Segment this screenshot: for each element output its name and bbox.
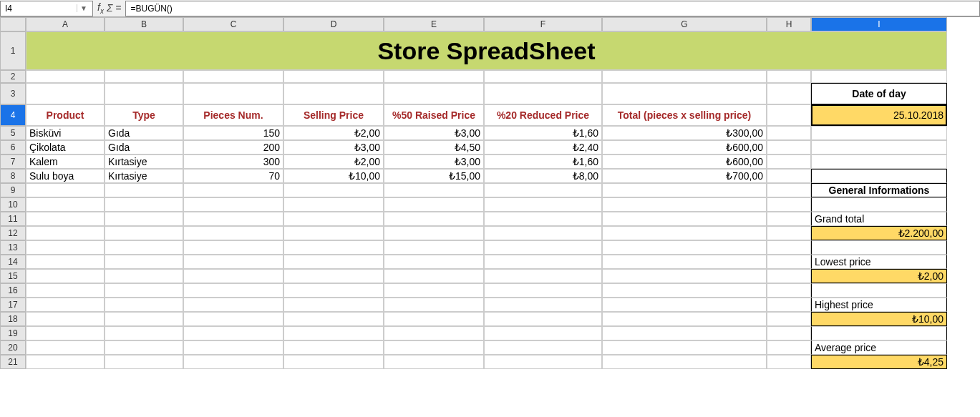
average-price-label[interactable]: Average price — [811, 340, 947, 355]
header-type[interactable]: Type — [105, 104, 183, 126]
cell-I19[interactable] — [811, 326, 947, 340]
cell-H16[interactable] — [767, 283, 811, 298]
cell-A18[interactable] — [26, 312, 105, 326]
cell-B21[interactable] — [105, 355, 183, 369]
cell-product-2[interactable]: Kalem — [26, 154, 105, 169]
cell-I7[interactable] — [811, 154, 947, 169]
cell-C11[interactable] — [183, 212, 283, 226]
cell-B18[interactable] — [105, 312, 183, 326]
cell-C21[interactable] — [183, 355, 283, 369]
cell-C17[interactable] — [183, 298, 283, 312]
cell-F9[interactable] — [484, 183, 602, 197]
cell-selling-1[interactable]: ₺3,00 — [283, 140, 384, 154]
cell-I10[interactable] — [811, 197, 947, 212]
general-info-label[interactable]: General Informations — [811, 183, 947, 197]
row-header-15[interactable]: 15 — [0, 269, 26, 283]
cell-selling-3[interactable]: ₺10,00 — [283, 169, 384, 183]
cell-F2[interactable] — [484, 70, 602, 83]
cell-I6[interactable] — [811, 140, 947, 154]
cell-H15[interactable] — [767, 269, 811, 283]
row-header-14[interactable]: 14 — [0, 255, 26, 269]
lowest-price-label[interactable]: Lowest price — [811, 255, 947, 269]
cell-D11[interactable] — [283, 212, 384, 226]
cell-H5[interactable] — [767, 126, 811, 140]
cell-A14[interactable] — [26, 255, 105, 269]
equals-icon[interactable]: = — [115, 2, 121, 14]
header-total[interactable]: Total (pieces x selling price) — [602, 104, 767, 126]
cell-raised-1[interactable]: ₺4,50 — [384, 140, 484, 154]
cell-A13[interactable] — [26, 240, 105, 255]
cell-B2[interactable] — [105, 70, 183, 83]
row-header-20[interactable]: 20 — [0, 340, 26, 355]
cell-G9[interactable] — [602, 183, 767, 197]
cell-selling-2[interactable]: ₺2,00 — [283, 154, 384, 169]
cell-I8[interactable] — [811, 169, 947, 183]
cell-E20[interactable] — [384, 340, 484, 355]
cell-C2[interactable] — [183, 70, 283, 83]
cell-F21[interactable] — [484, 355, 602, 369]
header-selling[interactable]: Selling Price — [283, 104, 384, 126]
cell-H12[interactable] — [767, 226, 811, 240]
row-header-5[interactable]: 5 — [0, 126, 26, 140]
cell-H6[interactable] — [767, 140, 811, 154]
cell-total-1[interactable]: ₺600,00 — [602, 140, 767, 154]
row-header-11[interactable]: 11 — [0, 212, 26, 226]
cell-F17[interactable] — [484, 298, 602, 312]
cell-reduced-2[interactable]: ₺1,60 — [484, 154, 602, 169]
cell-H14[interactable] — [767, 255, 811, 269]
cell-E13[interactable] — [384, 240, 484, 255]
cell-G2[interactable] — [602, 70, 767, 83]
cell-G18[interactable] — [602, 312, 767, 326]
cell-G19[interactable] — [602, 326, 767, 340]
cell-A21[interactable] — [26, 355, 105, 369]
spreadsheet-grid[interactable]: A B C D E F G H I 1 Store SpreadSheet 2 … — [0, 17, 980, 369]
col-header-H[interactable]: H — [767, 17, 811, 31]
row-header-6[interactable]: 6 — [0, 140, 26, 154]
cell-D18[interactable] — [283, 312, 384, 326]
row-header-18[interactable]: 18 — [0, 312, 26, 326]
cell-raised-0[interactable]: ₺3,00 — [384, 126, 484, 140]
cell-E16[interactable] — [384, 283, 484, 298]
cell-E19[interactable] — [384, 326, 484, 340]
cell-E2[interactable] — [384, 70, 484, 83]
sum-icon[interactable]: Σ — [107, 2, 112, 14]
cell-A15[interactable] — [26, 269, 105, 283]
cell-H19[interactable] — [767, 326, 811, 340]
cell-pieces-1[interactable]: 200 — [183, 140, 283, 154]
cell-B9[interactable] — [105, 183, 183, 197]
cell-E12[interactable] — [384, 226, 484, 240]
cell-A2[interactable] — [26, 70, 105, 83]
cell-B11[interactable] — [105, 212, 183, 226]
cell-G12[interactable] — [602, 226, 767, 240]
grand-total-value[interactable]: ₺2.200,00 — [811, 226, 947, 240]
cell-H8[interactable] — [767, 169, 811, 183]
cell-B13[interactable] — [105, 240, 183, 255]
cell-H17[interactable] — [767, 298, 811, 312]
header-pieces[interactable]: Pieces Num. — [183, 104, 283, 126]
cell-C20[interactable] — [183, 340, 283, 355]
cell-I13[interactable] — [811, 240, 947, 255]
cell-D21[interactable] — [283, 355, 384, 369]
cell-A10[interactable] — [26, 197, 105, 212]
cell-E10[interactable] — [384, 197, 484, 212]
cell-D2[interactable] — [283, 70, 384, 83]
cell-G15[interactable] — [602, 269, 767, 283]
cell-C18[interactable] — [183, 312, 283, 326]
row-header-10[interactable]: 10 — [0, 197, 26, 212]
cell-product-3[interactable]: Sulu boya — [26, 169, 105, 183]
cell-D20[interactable] — [283, 340, 384, 355]
cell-B14[interactable] — [105, 255, 183, 269]
cell-G13[interactable] — [602, 240, 767, 255]
cell-A20[interactable] — [26, 340, 105, 355]
cell-raised-2[interactable]: ₺3,00 — [384, 154, 484, 169]
cell-product-0[interactable]: Bisküvi — [26, 126, 105, 140]
cell-A19[interactable] — [26, 326, 105, 340]
cell-A9[interactable] — [26, 183, 105, 197]
col-header-B[interactable]: B — [105, 17, 183, 31]
col-header-E[interactable]: E — [384, 17, 484, 31]
cell-G20[interactable] — [602, 340, 767, 355]
name-box[interactable]: I4 ▼ — [0, 1, 93, 16]
cell-C14[interactable] — [183, 255, 283, 269]
cell-F18[interactable] — [484, 312, 602, 326]
cell-H4[interactable] — [767, 104, 811, 126]
